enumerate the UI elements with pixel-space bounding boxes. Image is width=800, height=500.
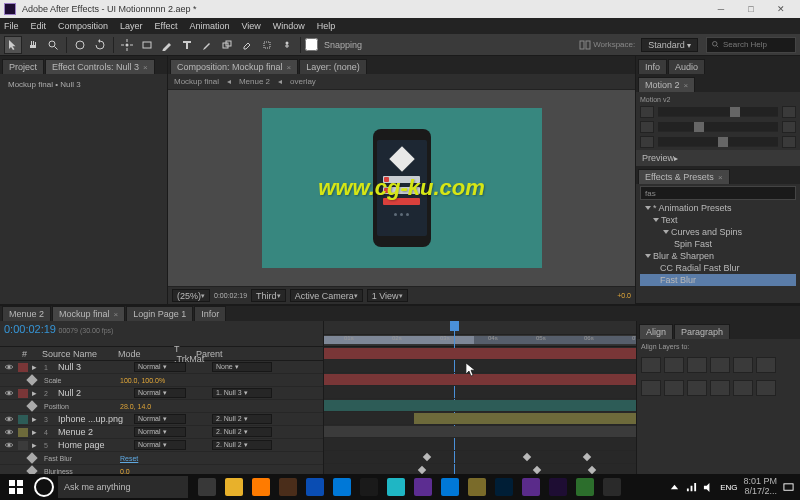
tray-network-icon[interactable]	[686, 482, 697, 493]
maximize-button[interactable]: □	[736, 1, 766, 17]
blend-mode-dropdown[interactable]: Normal ▾	[134, 388, 186, 398]
zoom-dropdown[interactable]: (25%) ▾	[172, 289, 210, 302]
puppet-tool[interactable]	[278, 36, 296, 54]
rotate-tool[interactable]	[91, 36, 109, 54]
align-vcenter[interactable]	[733, 357, 753, 373]
timeline-tab-infor[interactable]: Infor	[194, 306, 226, 321]
timeline-tab-login[interactable]: Login Page 1	[126, 306, 193, 321]
timeline-tab-mockup[interactable]: Mockup final×	[52, 306, 125, 321]
motion-btn-3b[interactable]	[782, 136, 796, 148]
search-help[interactable]: Search Help	[706, 37, 796, 53]
parent-dropdown[interactable]: 2. Null 2 ▾	[212, 414, 272, 424]
track-row[interactable]	[324, 451, 636, 464]
tray-volume-icon[interactable]	[703, 482, 714, 493]
taskbar-app[interactable]	[518, 474, 544, 500]
keyframe-diamond[interactable]	[418, 466, 426, 474]
menu-animation[interactable]: Animation	[189, 21, 229, 31]
tree-blur-sharpen[interactable]: Blur & Sharpen	[640, 250, 796, 262]
tree-fast-blur[interactable]: Fast Blur	[640, 274, 796, 286]
col-source[interactable]: Source Name	[42, 349, 114, 359]
taskbar-app[interactable]	[248, 474, 274, 500]
layer-color[interactable]	[18, 441, 28, 450]
search-box[interactable]: Ask me anything	[58, 476, 188, 498]
twirl-icon[interactable]: ▸	[32, 362, 40, 372]
visibility-toggle[interactable]	[4, 414, 14, 424]
anchor-tool[interactable]	[118, 36, 136, 54]
blend-mode-dropdown[interactable]: Normal ▾	[134, 440, 186, 450]
distribute-1[interactable]	[641, 380, 661, 396]
keyframe-diamond[interactable]	[533, 466, 541, 474]
tab-project[interactable]: Project	[2, 59, 44, 74]
snapping-checkbox[interactable]	[305, 38, 318, 51]
twirl-icon[interactable]: ▸	[32, 414, 40, 424]
effects-search[interactable]: fas	[640, 186, 796, 200]
tab-paragraph[interactable]: Paragraph	[674, 324, 730, 339]
keyframe-diamond[interactable]	[423, 453, 431, 461]
motion-slider-1[interactable]	[658, 107, 778, 117]
taskbar-app[interactable]	[491, 474, 517, 500]
tab-align[interactable]: Align	[639, 324, 673, 339]
property-row[interactable]: Scale100.0, 100.0%	[0, 374, 323, 387]
motion-slider-2[interactable]	[658, 122, 778, 132]
align-left[interactable]	[641, 357, 661, 373]
visibility-toggle[interactable]	[4, 362, 14, 372]
menu-view[interactable]: View	[241, 21, 260, 31]
parent-dropdown[interactable]: 2. Null 2 ▾	[212, 440, 272, 450]
layer-row[interactable]: ▸2Null 2Normal ▾1. Null 3 ▾	[0, 387, 323, 400]
align-top[interactable]	[710, 357, 730, 373]
layer-name[interactable]: Iphone ...up.png	[58, 414, 130, 424]
property-value[interactable]: Reset	[120, 455, 138, 462]
workspace-dropdown[interactable]: Standard ▾	[641, 38, 698, 52]
layer-bar[interactable]	[324, 348, 636, 359]
zoom-tool[interactable]	[44, 36, 62, 54]
action-center-icon[interactable]	[783, 482, 794, 493]
twirl-icon[interactable]: ▸	[32, 427, 40, 437]
distribute-3[interactable]	[687, 380, 707, 396]
track-row[interactable]	[324, 438, 636, 451]
layer-color[interactable]	[18, 415, 28, 424]
track-row[interactable]	[324, 386, 636, 399]
track-row[interactable]	[324, 399, 636, 412]
blend-mode-dropdown[interactable]: Normal ▾	[134, 427, 186, 437]
blend-mode-dropdown[interactable]: Normal ▾	[134, 362, 186, 372]
distribute-4[interactable]	[710, 380, 730, 396]
property-row[interactable]: Position28.0, 14.0	[0, 400, 323, 413]
layer-row[interactable]: ▸5Home pageNormal ▾2. Null 2 ▾	[0, 439, 323, 452]
layer-row[interactable]: ▸1Null 3Normal ▾None ▾	[0, 361, 323, 374]
layer-color[interactable]	[18, 428, 28, 437]
taskbar-app[interactable]	[302, 474, 328, 500]
close-button[interactable]: ✕	[766, 1, 796, 17]
eraser-tool[interactable]	[238, 36, 256, 54]
taskbar-app[interactable]	[356, 474, 382, 500]
tab-info[interactable]: Info	[638, 59, 667, 74]
keyframe-diamond[interactable]	[523, 453, 531, 461]
visibility-toggle[interactable]	[4, 440, 14, 450]
time-ruler[interactable]: 01s02s03s04s05s06s07s08s09s	[324, 321, 636, 347]
property-value[interactable]: 28.0, 14.0	[120, 403, 151, 410]
distribute-5[interactable]	[733, 380, 753, 396]
close-tab-icon[interactable]: ×	[143, 63, 148, 72]
parent-dropdown[interactable]: None ▾	[212, 362, 272, 372]
visibility-toggle[interactable]	[4, 388, 14, 398]
composition-viewer[interactable]: www.cg-ku.com	[168, 90, 635, 286]
tab-composition[interactable]: Composition: Mockup final×	[170, 59, 298, 74]
taskbar-app[interactable]	[329, 474, 355, 500]
tab-effect-controls[interactable]: Effect Controls: Null 3×	[45, 59, 155, 74]
tree-curves[interactable]: Curves and Spins	[640, 226, 796, 238]
track-row[interactable]	[324, 347, 636, 360]
roto-tool[interactable]	[258, 36, 276, 54]
motion-btn-2b[interactable]	[782, 121, 796, 133]
rect-tool[interactable]	[138, 36, 156, 54]
tray-up-icon[interactable]	[669, 482, 680, 493]
layer-color[interactable]	[18, 389, 28, 398]
close-tab-icon[interactable]: ×	[287, 63, 292, 72]
track-row[interactable]	[324, 373, 636, 386]
twirl-icon[interactable]: ▸	[32, 440, 40, 450]
layer-bar[interactable]	[324, 426, 636, 437]
motion-slider-3[interactable]	[658, 137, 778, 147]
taskbar-app[interactable]	[545, 474, 571, 500]
align-bottom[interactable]	[756, 357, 776, 373]
layer-row[interactable]: ▸3Iphone ...up.pngNormal ▾2. Null 2 ▾	[0, 413, 323, 426]
exposure-value[interactable]: +0.0	[617, 292, 631, 299]
tab-motion[interactable]: Motion 2×	[638, 77, 695, 92]
